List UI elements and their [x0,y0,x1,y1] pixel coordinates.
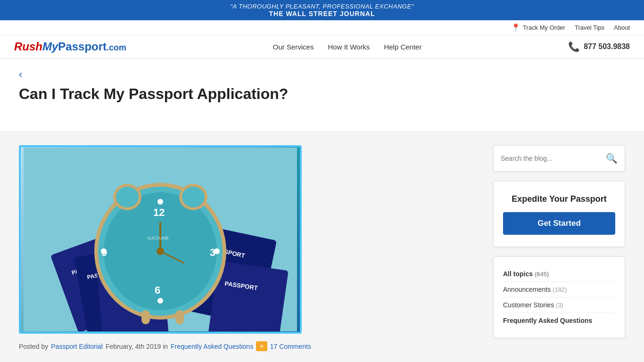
expedite-title: Expedite Your Passport [503,193,615,205]
sidebar: 🔍 Expedite Your Passport Get Started All… [493,145,625,351]
page-header: ‹ Can I Track My Passport Application? [0,59,644,131]
topic-announcements-link[interactable]: Announcements (182) [503,286,567,293]
svg-point-29 [182,187,205,207]
topic-customer-stories-label: Customer Stories [503,301,554,309]
article-meta: Posted by Passport Editorial February, 4… [19,341,479,351]
topic-customer-stories-link[interactable]: Customer Stories (3) [503,301,563,309]
comments-link[interactable]: 17 Comments [270,343,311,350]
topic-announcements[interactable]: Announcements (182) [503,282,615,297]
search-icon: 🔍 [606,153,618,164]
topic-all-count: (645) [535,271,549,278]
article-section: PASSPORT PASSPORT PASSPORT PASSPORT PASS… [19,145,479,351]
logo[interactable]: RushMyPassport.com [14,40,126,53]
svg-text:12: 12 [153,206,165,218]
topic-faq[interactable]: Frequently Asked Questions [503,313,615,328]
phone-icon: 📞 [568,41,580,52]
svg-rect-30 [141,310,150,324]
topic-all-topics-link[interactable]: All topics (645) [503,270,549,278]
search-box: 🔍 [493,145,625,172]
utility-nav: 📍 Track My Order Travel Tips About [0,20,644,35]
back-button[interactable]: ‹ [19,68,22,81]
about-link[interactable]: About [614,24,630,31]
svg-text:9: 9 [101,247,107,258]
topic-all-label: All topics [503,270,533,278]
topic-faq-link[interactable]: Frequently Asked Questions [503,317,592,324]
svg-text:3: 3 [210,247,215,258]
nav-help-center[interactable]: Help Center [384,43,421,51]
article-date: February, 4th 2019 in [106,343,168,350]
article-illustration: PASSPORT PASSPORT PASSPORT PASSPORT PASS… [24,148,297,331]
svg-rect-31 [175,310,184,324]
logo-passport: Passport [58,40,107,53]
get-started-button[interactable]: Get Started [503,212,615,235]
svg-point-16 [157,298,163,304]
track-order-link[interactable]: 📍 Track My Order [511,23,565,32]
comments-badge: ≡ [256,341,267,351]
main-nav: RushMyPassport.com Our Services How It W… [0,35,644,59]
topic-faq-label: Frequently Asked Questions [503,317,592,324]
main-layout: PASSPORT PASSPORT PASSPORT PASSPORT PASS… [0,131,644,362]
topics-card: All topics (645) Announcements (182) Cus… [493,256,625,338]
topic-announcements-count: (182) [553,286,567,293]
topic-announcements-label: Announcements [503,286,551,293]
phone-number: 📞 877 503.9838 [568,41,630,52]
topic-customer-stories[interactable]: Customer Stories (3) [503,297,615,313]
expedite-card: Expedite Your Passport Get Started [493,181,625,247]
svg-point-25 [157,247,164,255]
logo-rush: Rush [14,40,42,53]
nav-how-it-works[interactable]: How It Works [328,43,370,51]
topic-all-topics[interactable]: All topics (645) [503,266,615,282]
author-link[interactable]: Passport Editorial [51,343,103,350]
article-image: PASSPORT PASSPORT PASSPORT PASSPORT PASS… [19,145,302,334]
category-link[interactable]: Frequently Asked Questions [171,343,253,350]
page-title: Can I Track My Passport Application? [19,85,625,103]
announcement-quote: "A THOROUGHLY PLEASANT, PROFESSIONAL EXC… [9,3,635,10]
logo-my: My [42,40,58,53]
location-icon: 📍 [511,23,520,32]
announcement-journal: THE WALL STREET JOURNAL [9,10,635,17]
nav-links: Our Services How It Works Help Center [273,43,422,51]
nav-our-services[interactable]: Our Services [273,43,314,51]
svg-point-28 [116,187,139,207]
svg-text:6: 6 [155,284,160,296]
search-input[interactable] [501,155,606,162]
svg-text:SUCCUMB: SUCCUMB [147,236,169,240]
phone-text: 877 503.9838 [584,42,630,51]
search-button[interactable]: 🔍 [606,153,618,164]
svg-point-15 [157,199,163,205]
logo-com: .com [107,43,126,52]
travel-tips-link[interactable]: Travel Tips [575,24,604,31]
topic-customer-stories-count: (3) [556,302,563,309]
announcement-bar: "A THOROUGHLY PLEASANT, PROFESSIONAL EXC… [0,0,644,20]
posted-by-label: Posted by [19,343,48,350]
